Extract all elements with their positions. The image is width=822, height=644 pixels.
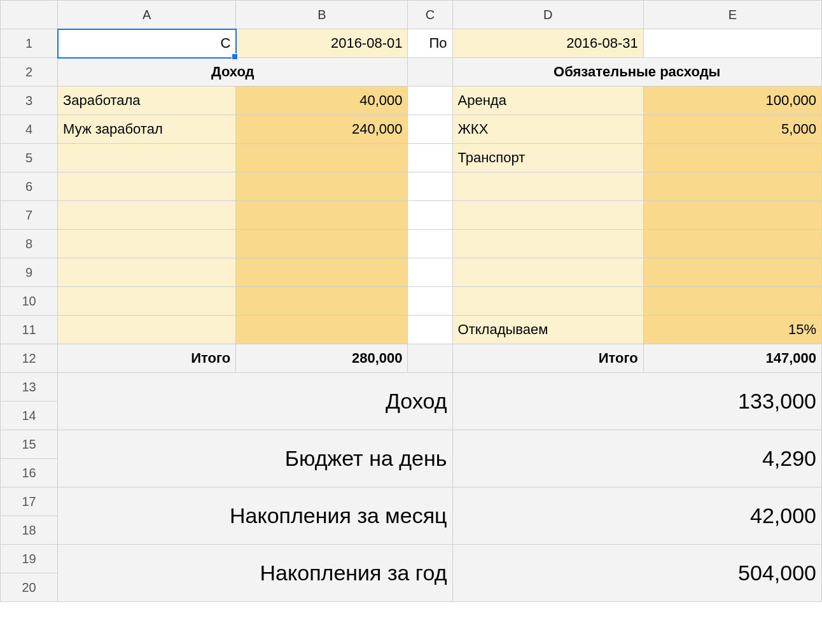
cell-A6[interactable]	[58, 172, 236, 201]
row-header-13[interactable]: 13	[1, 373, 58, 402]
cell-D5[interactable]: Транспорт	[452, 144, 643, 172]
row-header-10[interactable]: 10	[1, 287, 58, 316]
cell-B11[interactable]	[236, 316, 408, 344]
summary-value-month[interactable]: 42,000	[452, 487, 821, 545]
summary-value-income[interactable]: 133,000	[452, 373, 821, 430]
row-header-11[interactable]: 11	[1, 316, 58, 344]
col-header-D[interactable]: D	[452, 1, 643, 29]
cell-A4[interactable]: Муж заработал	[58, 115, 236, 144]
cell-B9[interactable]	[236, 258, 408, 287]
cell-D6[interactable]	[452, 172, 643, 201]
cell-D11[interactable]: Откладываем	[452, 316, 643, 344]
row-header-9[interactable]: 9	[1, 258, 58, 287]
row-header-17[interactable]: 17	[1, 487, 58, 516]
row-header-3[interactable]: 3	[1, 87, 58, 115]
cell-E9[interactable]	[643, 258, 821, 287]
cell-D3[interactable]: Аренда	[452, 87, 643, 115]
cell-B1[interactable]: 2016-08-01	[236, 29, 408, 58]
cell-A9[interactable]	[58, 258, 236, 287]
cell-C1[interactable]: По	[408, 29, 452, 58]
summary-label-year[interactable]: Накопления за год	[58, 545, 452, 602]
cell-E3[interactable]: 100,000	[643, 87, 821, 115]
cell-A10[interactable]	[58, 287, 236, 316]
row-header-16[interactable]: 16	[1, 459, 58, 487]
row-header-14[interactable]: 14	[1, 402, 58, 430]
cell-D2[interactable]: Обязательные расходы	[452, 58, 821, 87]
cell-A8[interactable]	[58, 230, 236, 258]
summary-label-month[interactable]: Накопления за месяц	[58, 487, 452, 545]
row-header-20[interactable]: 20	[1, 573, 58, 602]
row-header-12[interactable]: 12	[1, 344, 58, 373]
cell-B6[interactable]	[236, 172, 408, 201]
cell-D9[interactable]	[452, 258, 643, 287]
cell-B7[interactable]	[236, 201, 408, 230]
cell-A7[interactable]	[58, 201, 236, 230]
cell-D7[interactable]	[452, 201, 643, 230]
cell-C4[interactable]	[408, 115, 452, 144]
cell-E4[interactable]: 5,000	[643, 115, 821, 144]
cell-A2[interactable]: Доход	[58, 58, 408, 87]
cell-E8[interactable]	[643, 230, 821, 258]
row-header-2[interactable]: 2	[1, 58, 58, 87]
cell-E7[interactable]	[643, 201, 821, 230]
cell-A3[interactable]: Заработала	[58, 87, 236, 115]
cell-B12[interactable]: 280,000	[236, 344, 408, 373]
cell-B4[interactable]: 240,000	[236, 115, 408, 144]
spreadsheet-grid[interactable]: A B C D E 1 С 2016-08-01 По 2016-08-31 2…	[0, 0, 822, 602]
row-header-6[interactable]: 6	[1, 172, 58, 201]
summary-value-daily[interactable]: 4,290	[452, 430, 821, 487]
cell-A11[interactable]	[58, 316, 236, 344]
cell-C12[interactable]	[408, 344, 452, 373]
cell-E10[interactable]	[643, 287, 821, 316]
row-header-8[interactable]: 8	[1, 230, 58, 258]
cell-C8[interactable]	[408, 230, 452, 258]
cell-B10[interactable]	[236, 287, 408, 316]
cell-C7[interactable]	[408, 201, 452, 230]
cell-B3[interactable]: 40,000	[236, 87, 408, 115]
row-header-5[interactable]: 5	[1, 144, 58, 172]
cell-E5[interactable]	[643, 144, 821, 172]
summary-value-year[interactable]: 504,000	[452, 545, 821, 602]
cell-D4[interactable]: ЖКХ	[452, 115, 643, 144]
cell-C5[interactable]	[408, 144, 452, 172]
cell-C10[interactable]	[408, 287, 452, 316]
cell-C6[interactable]	[408, 172, 452, 201]
cell-C11[interactable]	[408, 316, 452, 344]
cell-D10[interactable]	[452, 287, 643, 316]
col-header-B[interactable]: B	[236, 1, 408, 29]
cell-C3[interactable]	[408, 87, 452, 115]
summary-label-daily[interactable]: Бюджет на день	[58, 430, 452, 487]
cell-D1[interactable]: 2016-08-31	[452, 29, 643, 58]
cell-A5[interactable]	[58, 144, 236, 172]
row-header-1[interactable]: 1	[1, 29, 58, 58]
cell-A1[interactable]: С	[58, 29, 236, 58]
cell-E11[interactable]: 15%	[643, 316, 821, 344]
col-header-C[interactable]: C	[408, 1, 452, 29]
cell-D8[interactable]	[452, 230, 643, 258]
cell-A12[interactable]: Итого	[58, 344, 236, 373]
cell-B5[interactable]	[236, 144, 408, 172]
cell-E1[interactable]	[643, 29, 821, 58]
col-header-E[interactable]: E	[643, 1, 821, 29]
cell-E12[interactable]: 147,000	[643, 344, 821, 373]
col-header-A[interactable]: A	[58, 1, 236, 29]
cell-C9[interactable]	[408, 258, 452, 287]
cell-B8[interactable]	[236, 230, 408, 258]
summary-label-income[interactable]: Доход	[58, 373, 452, 430]
select-all-corner[interactable]	[1, 1, 58, 29]
row-header-15[interactable]: 15	[1, 430, 58, 459]
cell-C2[interactable]	[408, 58, 452, 87]
cell-E6[interactable]	[643, 172, 821, 201]
cell-D12[interactable]: Итого	[452, 344, 643, 373]
row-header-18[interactable]: 18	[1, 516, 58, 545]
row-header-7[interactable]: 7	[1, 201, 58, 230]
row-header-19[interactable]: 19	[1, 545, 58, 573]
row-header-4[interactable]: 4	[1, 115, 58, 144]
